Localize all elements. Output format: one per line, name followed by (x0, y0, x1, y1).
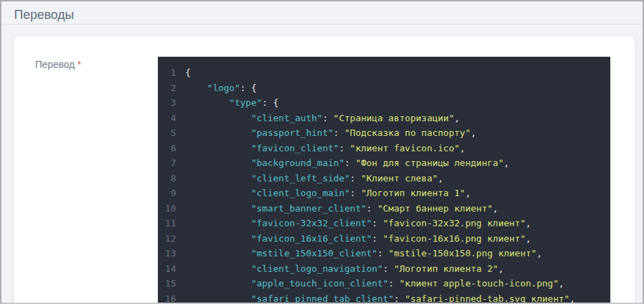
line-number: 3 (158, 95, 176, 111)
field-label: Перевод * (35, 59, 81, 70)
code-text: "mstile_150x150_client": "mstile-150x150… (176, 246, 542, 261)
editor-line[interactable]: 3 "type": { (158, 95, 610, 111)
line-number: 15 (158, 276, 176, 291)
required-asterisk: * (77, 59, 81, 70)
line-number: 16 (158, 291, 176, 304)
editor-line[interactable]: 10 "smart_banner_client": "Смарт баннер … (158, 201, 610, 216)
line-number: 9 (158, 186, 176, 201)
line-number: 6 (158, 141, 176, 156)
field-label-text: Перевод (35, 59, 74, 70)
editor-line[interactable]: 16 "safari_pinned_tab_client": "safari-p… (158, 291, 610, 304)
line-number: 13 (158, 246, 176, 261)
line-number: 14 (158, 261, 176, 277)
line-number: 5 (158, 125, 176, 141)
code-text: "smart_banner_client": "Смарт баннер кли… (176, 201, 498, 216)
editor-line[interactable]: 7 "background_main": "Фон для страницы л… (158, 156, 610, 171)
code-text: "favicon-32x32_client": "favicon-32x32.p… (176, 216, 531, 231)
form-card: Перевод * 1{2 "logo": {3 "type": {4 "cli… (14, 36, 635, 304)
editor-line[interactable]: 8 "client_left_side": "Клиент слева", (158, 171, 610, 186)
code-text: "logo": { (176, 81, 257, 96)
line-number: 11 (158, 216, 176, 231)
code-text: "client_left_side": "Клиент слева", (176, 171, 443, 186)
page-header: Переводы (1, 1, 643, 25)
editor-line[interactable]: 1{ (158, 65, 610, 81)
editor-line[interactable]: 15 "apple_touch_icon_client": "клиент ap… (158, 276, 610, 291)
editor-line[interactable]: 2 "logo": { (158, 81, 610, 96)
code-text: "client_logo_main": "Логотип клиента 1", (176, 186, 471, 201)
code-text: "background_main": "Фон для страницы лен… (176, 156, 509, 171)
editor-line[interactable]: 11 "favicon-32x32_client": "favicon-32x3… (158, 216, 610, 231)
line-number: 2 (158, 81, 176, 96)
line-number: 12 (158, 231, 176, 247)
json-code-editor[interactable]: 1{2 "logo": {3 "type": {4 "client_auth":… (158, 57, 610, 304)
editor-line[interactable]: 6 "favicon_client": "клиент favicon.ico"… (158, 141, 610, 156)
editor-line[interactable]: 13 "mstile_150x150_client": "mstile-150x… (158, 246, 610, 261)
code-text: "favicon_client": "клиент favicon.ico", (176, 141, 465, 156)
editor-line[interactable]: 4 "client_auth": "Страница авторизации", (158, 111, 610, 126)
line-number: 7 (158, 156, 176, 171)
content-area: Перевод * 1{2 "logo": {3 "type": {4 "cli… (1, 25, 643, 304)
code-text: "client_auth": "Страница авторизации", (176, 111, 459, 126)
code-text: "apple_touch_icon_client": "клиент apple… (176, 276, 564, 291)
editor-lines: 1{2 "logo": {3 "type": {4 "client_auth":… (158, 65, 610, 304)
code-text: { (176, 65, 191, 81)
line-number: 10 (158, 201, 176, 216)
field-label-column: Перевод * (35, 57, 158, 71)
line-number: 8 (158, 171, 176, 186)
code-text: "favicon_16x16_client": "favicon-16x16.p… (176, 231, 531, 247)
editor-line[interactable]: 14 "client_logo_navigation": "Логотип кл… (158, 261, 610, 277)
editor-line[interactable]: 5 "passport_hint": "Подсказка по паспорт… (158, 125, 610, 141)
page-title: Переводы (14, 7, 630, 22)
editor-line[interactable]: 9 "client_logo_main": "Логотип клиента 1… (158, 186, 610, 201)
code-text: "client_logo_navigation": "Логотип клиен… (176, 261, 504, 277)
line-number: 1 (158, 65, 176, 81)
code-text: "type": { (176, 95, 279, 111)
code-text: "passport_hint": "Подсказка по паспорту"… (176, 125, 476, 141)
page: Переводы Перевод * 1{2 "logo": {3 "type"… (0, 0, 644, 304)
translation-form-row: Перевод * 1{2 "logo": {3 "type": {4 "cli… (35, 57, 635, 304)
editor-line[interactable]: 12 "favicon_16x16_client": "favicon-16x1… (158, 231, 610, 247)
code-text: "safari_pinned_tab_client": "safari-pinn… (176, 291, 575, 304)
line-number: 4 (158, 111, 176, 126)
